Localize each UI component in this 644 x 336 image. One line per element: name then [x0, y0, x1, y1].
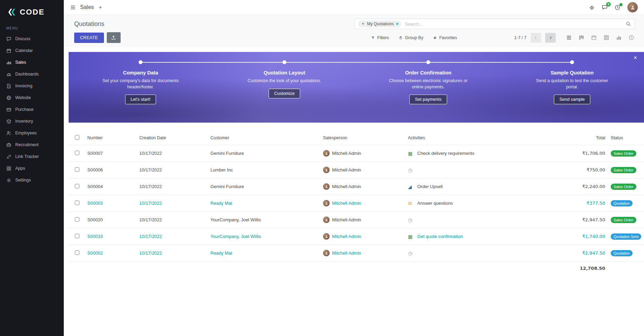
column-header[interactable]: Status — [608, 132, 644, 145]
systray: 5 — [589, 2, 638, 12]
sidebar-menu: Discuss Calendar Sales Dashboards Invoic… — [0, 33, 64, 186]
clock-icon[interactable] — [408, 251, 415, 256]
sidebar-item[interactable]: Apps — [0, 162, 64, 174]
status-badge: Quotation Sent — [611, 233, 641, 240]
spreadsheet-icon[interactable] — [408, 234, 415, 239]
sidebar-item[interactable]: Link Tracker — [0, 151, 64, 162]
sidebar-item[interactable]: Dashboards — [0, 68, 64, 80]
table-row[interactable]: S00002 10/17/2022 Ready Mat Mitchell Adm… — [69, 245, 644, 262]
column-header[interactable]: Creation Date — [137, 132, 208, 145]
salesperson-avatar — [323, 250, 330, 256]
debug-button[interactable] — [589, 5, 595, 10]
salesperson-cell: Mitchell Admin — [320, 162, 405, 178]
salesperson-avatar — [323, 150, 330, 157]
select-all-checkbox[interactable] — [75, 135, 79, 140]
total-amount: ₹750.00 — [526, 162, 608, 178]
table-row[interactable]: S00003 10/17/2022 Ready Mat Mitchell Adm… — [69, 195, 644, 212]
clock-icon[interactable] — [408, 168, 415, 173]
row-checkbox[interactable] — [75, 151, 79, 155]
create-button[interactable]: CREATE — [74, 33, 104, 43]
sidebar-item-label: Calendar — [15, 48, 33, 53]
sidebar-item[interactable]: Invoicing — [0, 80, 64, 92]
view-switcher-button[interactable] — [615, 34, 623, 41]
sidebar-item-label: Inventory — [15, 119, 33, 124]
onboarding-step: Sample Quotation Send a quotation to tes… — [500, 60, 644, 123]
column-header[interactable]: Salesperson — [320, 132, 405, 145]
view-switcher-button[interactable] — [603, 34, 610, 41]
favorites-button[interactable]: Favorites — [433, 35, 457, 40]
row-checkbox[interactable] — [75, 167, 79, 172]
search-icon[interactable] — [626, 21, 631, 27]
search-bar[interactable]: My Quotations — [354, 19, 635, 29]
pager-next-button[interactable] — [545, 33, 556, 43]
group-by-button[interactable]: Group By — [399, 35, 423, 40]
activities-button[interactable] — [615, 5, 620, 10]
table-row[interactable]: S00020 10/17/2022 YourCompany, Joel Will… — [69, 212, 644, 228]
page-title: Quotations — [74, 20, 104, 28]
sidebar-item-label: Discuss — [15, 36, 31, 41]
step-action-button[interactable]: Customize — [269, 89, 300, 98]
graph-view-icon — [616, 35, 622, 41]
search-input[interactable] — [404, 21, 623, 27]
remove-filter-icon[interactable] — [396, 21, 398, 26]
kanban-view-icon — [578, 35, 584, 41]
quotation-number: S00002 — [85, 245, 137, 262]
clock-icon[interactable] — [408, 218, 415, 222]
salesperson-name: Mitchell Admin — [332, 201, 361, 206]
activities-badge — [619, 3, 623, 6]
spreadsheet-icon[interactable] — [408, 151, 415, 156]
step-action-button[interactable]: Let's start! — [125, 95, 156, 104]
salesperson-cell: Mitchell Admin — [320, 228, 405, 245]
sidebar-item[interactable]: Employees — [0, 127, 64, 139]
customer-name: Gemini Furniture — [208, 178, 320, 195]
row-checkbox[interactable] — [75, 234, 79, 238]
chart-icon[interactable] — [408, 184, 415, 189]
sidebar-item[interactable]: Purchase — [0, 104, 64, 115]
view-switcher-button[interactable] — [628, 34, 635, 41]
salesperson-avatar — [323, 216, 330, 223]
table-row[interactable]: S00019 10/17/2022 YourCompany, Joel Will… — [69, 228, 644, 245]
table-row[interactable]: S00004 10/17/2022 Gemini Furniture Mitch… — [69, 178, 644, 195]
salesperson-name: Mitchell Admin — [332, 184, 361, 189]
step-action-button[interactable]: Set payments — [409, 95, 447, 104]
hamburger-menu-icon[interactable] — [70, 5, 76, 10]
salesperson-name: Mitchell Admin — [332, 234, 361, 239]
row-checkbox[interactable] — [75, 250, 79, 255]
sidebar-item[interactable]: Website — [0, 92, 64, 104]
customer-name: YourCompany, Joel Willis — [208, 212, 320, 228]
messages-button[interactable]: 5 — [602, 5, 608, 10]
sidebar-item[interactable]: Inventory — [0, 115, 64, 127]
sidebar-item[interactable]: Calendar — [0, 45, 64, 56]
sidebar-item[interactable]: Settings — [0, 174, 64, 186]
view-switcher-button[interactable] — [578, 34, 585, 41]
activities-cell: Answer questions — [405, 195, 526, 212]
envelope-icon[interactable] — [408, 201, 415, 206]
sidebar-item[interactable]: Sales — [0, 56, 64, 68]
row-checkbox[interactable] — [75, 201, 79, 205]
export-button[interactable] — [107, 32, 121, 43]
step-action-button[interactable]: Send sample — [554, 95, 590, 104]
sidebar-item[interactable]: Recruitment — [0, 139, 64, 151]
column-header[interactable]: Activities — [405, 132, 526, 145]
user-avatar[interactable] — [627, 2, 638, 12]
sidebar-item[interactable]: Discuss — [0, 33, 64, 45]
column-header[interactable]: Customer — [208, 132, 320, 145]
grand-total: 12,708.50 — [526, 262, 608, 275]
onboarding-steps: Company Data Set your company's data for… — [69, 52, 644, 123]
customer-name: YourCompany, Joel Willis — [208, 228, 320, 245]
add-tab-icon[interactable] — [98, 5, 103, 10]
view-switcher-button[interactable] — [590, 34, 598, 41]
column-header[interactable]: Number — [85, 132, 137, 145]
row-checkbox[interactable] — [75, 217, 79, 222]
filters-button[interactable]: Filters — [371, 35, 389, 40]
filter-facet[interactable]: My Quotations — [358, 20, 401, 27]
row-checkbox[interactable] — [75, 184, 79, 188]
step-title: Sample Quotation — [550, 70, 593, 76]
table-row[interactable]: S00007 10/17/2022 Gemini Furniture Mitch… — [69, 145, 644, 162]
close-banner-icon[interactable] — [632, 54, 639, 62]
current-app-name[interactable]: Sales — [80, 4, 94, 10]
pager-previous-button[interactable] — [531, 33, 541, 43]
view-switcher-button[interactable] — [565, 34, 573, 41]
column-header[interactable]: Total — [526, 132, 608, 145]
table-row[interactable]: S00006 10/17/2022 Lumber Inc Mitchell Ad… — [69, 162, 644, 178]
